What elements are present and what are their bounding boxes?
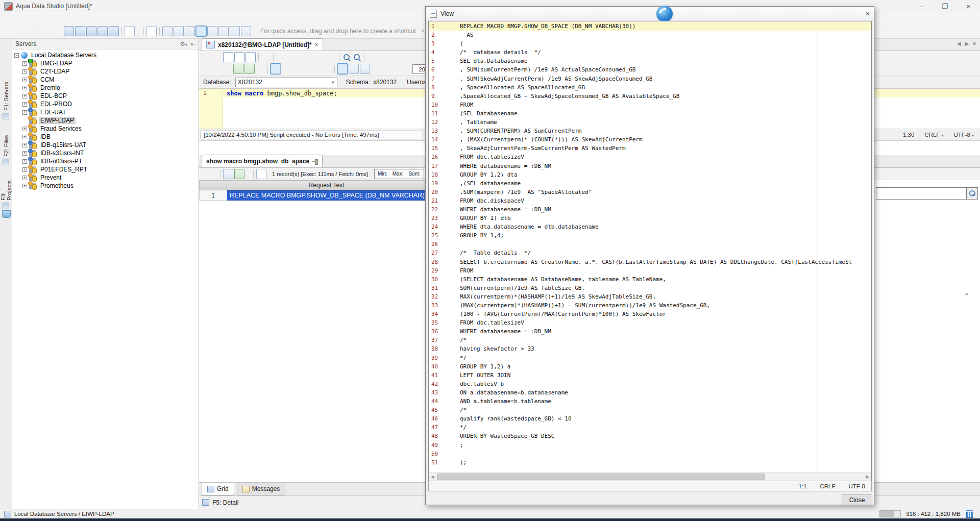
expander-icon[interactable]: + <box>22 110 27 115</box>
expander-icon[interactable]: + <box>22 69 27 74</box>
menu-help[interactable] <box>101 17 110 19</box>
find-replace-icon[interactable] <box>352 53 361 62</box>
encoding-select[interactable]: UTF-8▾ <box>953 132 974 138</box>
new-document-dropdown-icon[interactable] <box>136 27 141 36</box>
expander-icon[interactable]: + <box>22 151 27 156</box>
results-tab[interactable]: show macro bmgp.show_db_space <box>202 155 323 167</box>
dashboard-mode-icon[interactable] <box>230 26 240 36</box>
browse-view-icon[interactable] <box>75 26 85 36</box>
server-item-edl-bcp[interactable]: + EDL-BCP <box>12 92 199 100</box>
close-button[interactable]: × <box>957 0 980 12</box>
select-region-icon[interactable] <box>276 53 285 62</box>
server-item-ccm[interactable]: + CCM <box>12 76 199 84</box>
execute-icon[interactable] <box>213 64 222 73</box>
expander-icon[interactable]: + <box>22 184 27 188</box>
export-excel-icon[interactable] <box>234 169 244 179</box>
history-icon[interactable] <box>376 64 385 73</box>
pin-tab-icon[interactable] <box>312 159 318 164</box>
disconnect-icon[interactable] <box>312 64 322 73</box>
expander-icon[interactable]: + <box>22 94 27 98</box>
dock-tab-servers[interactable]: F1: Servers <box>1 80 11 119</box>
undo-icon[interactable] <box>317 53 326 62</box>
text-mode-icon[interactable] <box>162 26 173 36</box>
rollback-icon[interactable] <box>292 64 301 73</box>
server-item-idb-s31isrs-int[interactable]: + IDB-s31isrs-INT <box>12 149 199 157</box>
report-mode-icon[interactable] <box>218 26 229 36</box>
create-object-icon[interactable] <box>39 27 48 36</box>
results-pivot-icon[interactable] <box>360 64 370 74</box>
scroll-right-icon[interactable]: ▶ <box>864 475 871 479</box>
panel-gear-icon[interactable]: ⚙▾ <box>180 40 187 47</box>
menu-visual-analytics[interactable] <box>55 17 64 19</box>
connect-icon[interactable] <box>302 64 311 73</box>
increase-font-icon[interactable] <box>377 53 386 62</box>
menu-tools[interactable] <box>74 17 83 19</box>
expander-icon[interactable]: - <box>14 53 19 58</box>
menu-server[interactable] <box>18 17 28 19</box>
panel-pin-icon[interactable]: ⇤ <box>190 40 195 47</box>
results-text-icon[interactable] <box>337 64 348 74</box>
tab-close-icon[interactable]: × <box>315 41 318 48</box>
server-item-dremio[interactable]: + Dremio <box>12 84 199 92</box>
quick-access-close-icon[interactable]: × <box>421 28 425 35</box>
garbage-collect-icon[interactable] <box>966 510 973 517</box>
server-item-p01efdes-rpt[interactable]: + P01EFDES_RPT <box>12 165 199 173</box>
server-item-idb[interactable]: + IDB <box>12 133 199 141</box>
server-item-idb-u03isrs-pt[interactable]: + IDB-u03isrs-PT <box>12 157 199 165</box>
copy-icon[interactable] <box>297 53 306 62</box>
expander-icon[interactable]: + <box>22 167 27 172</box>
server-item-edl-prod[interactable]: + EDL-PROD <box>12 100 199 108</box>
scrollbar-thumb[interactable] <box>437 474 765 480</box>
menu-dba-tools[interactable] <box>83 17 92 19</box>
cut-icon[interactable] <box>286 53 296 62</box>
commit-icon[interactable] <box>282 64 291 73</box>
script-log-icon[interactable] <box>256 169 266 179</box>
line-ending-select[interactable]: CRLF▾ <box>924 132 943 138</box>
results-grid-icon[interactable] <box>349 64 359 74</box>
pivot-mode-icon[interactable] <box>207 26 217 36</box>
menu-er-modeler[interactable] <box>64 17 74 19</box>
menu-query-builder[interactable] <box>46 17 55 19</box>
bucket-icon[interactable] <box>2 210 11 218</box>
chart-icon[interactable] <box>202 169 211 179</box>
expander-icon[interactable]: + <box>22 78 27 82</box>
server-item-eiwp-ldap[interactable]: EIWP-LDAP <box>12 116 199 125</box>
paste-icon[interactable] <box>307 53 316 62</box>
sql-view-area[interactable]: 1 REPLACE MACRO BMGP.SHOW_DB_SPACE (DB_N… <box>428 21 872 481</box>
expander-icon[interactable] <box>22 118 27 123</box>
form-mode-icon[interactable] <box>185 26 195 36</box>
auto-commit-icon[interactable] <box>271 64 281 74</box>
export-dropdown-icon[interactable] <box>246 169 251 179</box>
analytics-mode-icon[interactable] <box>241 26 251 36</box>
menu-file[interactable] <box>0 17 9 19</box>
menu-window[interactable] <box>92 17 101 19</box>
grid-column-header[interactable]: Request Text <box>227 180 426 190</box>
print-icon[interactable] <box>261 53 271 62</box>
save-icon[interactable] <box>223 52 233 62</box>
expander-icon[interactable]: + <box>22 159 27 164</box>
server-group-icon[interactable] <box>24 27 33 36</box>
chart-dropdown-icon[interactable] <box>212 169 217 179</box>
menu-edit[interactable] <box>9 17 18 19</box>
server-item-bmg-ldap[interactable]: + BMG-LDAP <box>12 59 199 67</box>
horizontal-scrollbar[interactable]: ◀ ▶ <box>429 473 871 481</box>
find-icon[interactable] <box>342 53 351 62</box>
grid-row-number[interactable]: 1 <box>199 190 227 201</box>
row-limit-icon[interactable] <box>386 64 395 73</box>
redo-icon[interactable] <box>327 53 336 62</box>
dialog-close-button[interactable]: Close <box>842 494 872 505</box>
new-file-icon[interactable] <box>203 53 212 62</box>
filter-input[interactable] <box>876 187 967 200</box>
expander-icon[interactable]: + <box>22 143 27 147</box>
tab-scroll-right-icon[interactable]: ▶ <box>965 41 969 46</box>
menu-query[interactable] <box>28 17 37 19</box>
tab-grid[interactable]: Grid <box>202 483 234 495</box>
server-item-prevent[interactable]: + Prevent <box>12 173 199 182</box>
format-sql-icon[interactable] <box>323 64 332 73</box>
server-item-fraud-services[interactable]: + Fraud Services <box>12 125 199 133</box>
expander-icon[interactable]: + <box>22 102 27 107</box>
new-document-icon[interactable] <box>125 26 135 36</box>
server-item-c2t-ldap[interactable]: + C2T-LDAP <box>12 67 199 76</box>
browse-table-icon[interactable] <box>64 26 74 36</box>
grid-corner-cell[interactable] <box>199 180 227 190</box>
